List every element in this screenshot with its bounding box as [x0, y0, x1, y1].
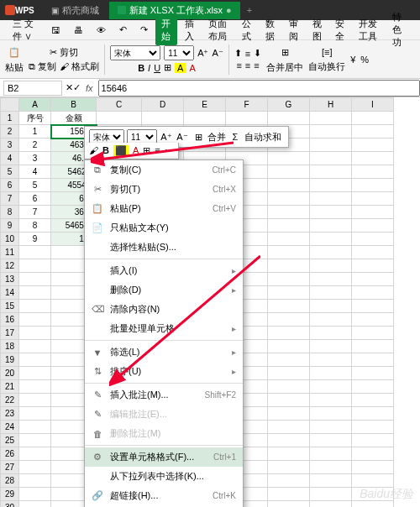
ctx-shortcut: ▸ [232, 285, 236, 295]
ctx-item[interactable]: ▼筛选(L)▸ [85, 342, 243, 362]
decrease-font[interactable]: A⁻ [212, 48, 223, 59]
cell[interactable]: 序号 [19, 112, 51, 125]
name-box[interactable] [3, 81, 62, 96]
menu-data[interactable]: 数据 [260, 15, 281, 45]
col-header-D[interactable]: D [142, 98, 184, 112]
menu-start[interactable]: 开始 [155, 15, 177, 45]
underline-button[interactable]: U [154, 63, 160, 73]
col-header-C[interactable]: C [97, 98, 142, 112]
wrap-button[interactable]: [≡] [318, 45, 336, 59]
copy-button[interactable]: ⧉ 复制 [29, 60, 56, 73]
file-menu[interactable]: 三 文件 ∨ [7, 15, 40, 45]
confirm-icon[interactable]: ✓ [73, 82, 81, 93]
ctx-item[interactable]: ✎插入批注(M)...Shift+F2 [85, 385, 243, 405]
increase-font[interactable]: A⁺ [197, 48, 208, 59]
align-top[interactable]: ⬆ [234, 48, 242, 59]
border-button[interactable]: ⊞ [164, 62, 171, 73]
merge-button[interactable]: ⊞ [278, 45, 292, 60]
ctx-item[interactable]: ⧉复制(C)Ctrl+C [85, 160, 243, 180]
mini-decrease-font[interactable]: A⁻ [176, 130, 189, 144]
format-painter-button[interactable]: 🖌 格式刷 [60, 60, 99, 73]
paste-button[interactable]: 📋 [5, 45, 24, 60]
ctx-item[interactable]: ⚙设置单元格格式(F)...Ctrl+1 [85, 447, 243, 467]
percent-button[interactable]: % [360, 55, 369, 65]
ctx-item[interactable]: 删除(D)▸ [85, 280, 243, 300]
menu-insert[interactable]: 插入 [179, 15, 201, 45]
fx-icon[interactable]: fx [86, 83, 93, 93]
menu-layout[interactable]: 页面布局 [202, 15, 234, 45]
ctx-item[interactable]: 📄只粘贴文本(Y) [85, 218, 243, 238]
mini-fill[interactable]: ⬛ [113, 145, 129, 156]
formula-input[interactable] [98, 80, 420, 97]
mini-increase-font[interactable]: A⁺ [160, 130, 173, 144]
mini-sum-icon[interactable]: Σ [228, 130, 242, 144]
ctx-label: 设置单元格格式(F)... [110, 451, 207, 463]
ctx-label: 插入批注(M)... [110, 389, 197, 401]
ctx-item[interactable]: 🔗超链接(H)...Ctrl+K [85, 486, 243, 505]
font-select[interactable]: 宋体 [110, 45, 160, 60]
align-center[interactable]: ≡ [245, 60, 250, 71]
font-color-button[interactable]: A [189, 63, 195, 73]
col-header-B[interactable]: B [51, 98, 97, 112]
ctx-shortcut: Ctrl+V [213, 204, 236, 213]
ctx-shortcut: Shift+F2 [204, 390, 236, 400]
ctx-item[interactable]: ⇅排序(U)▸ [85, 362, 243, 381]
col-header-I[interactable]: I [352, 98, 394, 112]
ctx-icon: ⚙ [92, 452, 103, 463]
fill-color-button[interactable]: A [175, 63, 186, 73]
qat-undo[interactable]: ↶ [113, 22, 133, 38]
ctx-item[interactable]: 批量处理单元格▸ [85, 319, 243, 338]
align-right[interactable]: ≡ [254, 60, 259, 71]
cancel-icon[interactable]: ✕ [66, 82, 73, 93]
ctx-label: 删除批注(M) [110, 427, 229, 440]
tab-store[interactable]: ▣ 稻壳商城 [43, 2, 108, 19]
ctx-item[interactable]: 从下拉列表中选择(K)... [85, 467, 243, 486]
menu-view[interactable]: 视图 [307, 15, 328, 45]
mini-merge[interactable]: ⊞ [192, 130, 205, 144]
ctx-item[interactable]: 插入(I)▸ [85, 261, 243, 280]
menu-dev[interactable]: 开发工具 [353, 15, 385, 45]
qat-print[interactable]: 🖶 [68, 23, 89, 38]
col-header-H[interactable]: H [310, 98, 352, 112]
qat-save[interactable]: 🖫 [45, 23, 66, 38]
align-mid[interactable]: ≡ [245, 49, 250, 59]
qat-redo[interactable]: ↷ [134, 22, 154, 38]
ctx-item[interactable]: 📋粘贴(P)Ctrl+V [85, 199, 243, 218]
italic-button[interactable]: I [148, 63, 150, 73]
row-header[interactable]: 1 [1, 112, 19, 125]
size-select[interactable]: 11 [164, 45, 194, 60]
ctx-icon: 📋 [92, 203, 103, 214]
col-header-G[interactable]: G [268, 98, 310, 112]
ctx-item[interactable]: ⌫清除内容(N) [85, 300, 243, 319]
col-header-A[interactable]: A [19, 98, 51, 112]
ctx-label: 从下拉列表中选择(K)... [110, 470, 229, 483]
col-header-F[interactable]: F [226, 98, 268, 112]
select-all-corner[interactable] [1, 98, 19, 112]
mini-fontcolor[interactable]: A [133, 145, 139, 156]
cell[interactable]: 金额 [51, 112, 97, 125]
qat-preview[interactable]: 👁 [91, 23, 112, 38]
align-left[interactable]: ≡ [236, 60, 241, 71]
bold-button[interactable]: B [138, 63, 144, 73]
menu-extra[interactable]: 特色功 [386, 8, 413, 51]
menu-review[interactable]: 审阅 [283, 15, 305, 45]
ctx-icon: ✎ [92, 409, 103, 420]
mini-merge-label: 合并 [207, 131, 226, 144]
ctx-icon: ✎ [92, 389, 103, 400]
menu-formula[interactable]: 公式 [236, 15, 258, 45]
currency-button[interactable]: ¥ [350, 55, 355, 65]
cut-button[interactable]: ✂ 剪切 [50, 46, 78, 59]
ctx-item[interactable]: ✂剪切(T)Ctrl+X [85, 180, 243, 199]
ctx-icon: ▼ [92, 348, 103, 358]
mini-align[interactable]: ≡ [155, 145, 160, 156]
ctx-item[interactable]: 选择性粘贴(S)... [85, 238, 243, 257]
menu-security[interactable]: 安全 [329, 15, 351, 45]
ctx-icon: ✂ [92, 184, 103, 195]
align-bot[interactable]: ⬇ [254, 48, 261, 59]
mini-format[interactable]: ⋯ [165, 145, 174, 156]
new-tab-button[interactable]: + [247, 5, 252, 15]
col-header-E[interactable]: E [184, 98, 226, 112]
mini-format-painter[interactable]: 🖌 [89, 145, 98, 156]
mini-border[interactable]: ⊞ [143, 145, 150, 156]
mini-bold[interactable]: B [102, 145, 109, 156]
